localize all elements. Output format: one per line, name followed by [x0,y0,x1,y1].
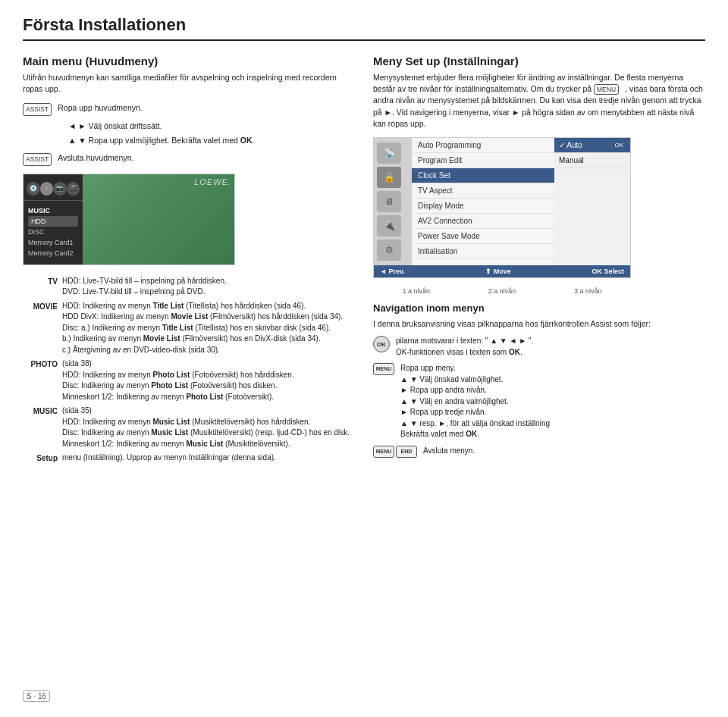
assist-row-1: ASSIST Ropa upp huvudmenyn. [23,102,355,115]
settings-menu-body: 📡 🔒 🖥 🔌 ⚙ Auto Programming Program Edit … [374,138,630,265]
settings-icon-autoprog: 📡 [377,142,401,164]
end-btn: END [396,446,417,458]
nav-row-menu: MENU Ropa upp meny. ▲ ▼ Välj önskad valm… [373,363,705,440]
menu-btn-2: MENU [373,446,394,458]
settings-item-av2conn: AV2 Connection [412,214,554,229]
content-row-photo: PHOTO (sida 38)HDD: Indikering av menyn … [23,358,355,402]
content-table: TV HDD: Live-TV-bild till – inspelning p… [23,276,355,465]
content-label-movie: MOVIE [23,301,62,356]
menu-left-panel: 💿 ♪ 📷 🎬 MUSIC HDD DISC Memory Card1 Memo… [24,174,83,265]
left-section-title: Main menu (Huvudmeny) [23,55,355,67]
menu-end-pair: MENU END [373,446,417,458]
menu-list-items: MUSIC HDD DISC Memory Card1 Memory Card2 [24,204,83,260]
page-number: S · 16 [23,690,50,702]
content-label-photo: PHOTO [23,358,62,402]
page-title: Första Installationen [23,15,705,41]
assist-text-1: Ropa upp huvudmenyn. [58,102,143,114]
settings-item-autoprog: Auto Programming [412,138,554,153]
level-1: 1:a nivån [402,287,430,295]
menu-icon-photo: 📷 [53,182,67,196]
nav-rows: OK pilarna motsvarar i texten: " ▲ ▼ ◄ ►… [373,336,705,458]
level-2: 2:a nivån [488,287,516,295]
menu-right-panel: LOEWE. [83,174,234,265]
ok-button-icon: OK [373,336,390,352]
content-label-music: MUSIC [23,405,62,449]
menu-item-hdd: HDD [28,216,78,227]
settings-footer: ◄ Prev. ⬆ Move OK Select [374,265,630,277]
menu-button-icon: MENU [373,363,394,375]
settings-icon-display: 🖥 [377,191,401,212]
main-menu-mockup: 💿 ♪ 📷 🎬 MUSIC HDD DISC Memory Card1 Memo… [23,174,235,265]
settings-icon-clock: 🔒 [377,167,401,188]
assist-text-2: Avsluta huvudmenyn. [58,152,133,164]
settings-option-auto-label: ✓ Auto [559,141,582,149]
right-column: Meny Set up (Inställningar) Menysystemet… [373,55,705,467]
settings-option-auto: ✓ Auto OK [554,138,630,153]
content-text-photo: (sida 38)HDD: Indikering av menyn Photo … [62,358,355,402]
menu-icons-top: 💿 ♪ 📷 🎬 [24,179,83,201]
step-1: ◄ ► Välj önskat driftssätt. [68,120,355,133]
footer-move: ⬆ Move [485,268,511,275]
settings-icon-power: ⚙ [377,240,401,261]
nav-ok-text: pilarna motsvarar i texten: " ▲ ▼ ◄ ► ".… [396,336,705,358]
assist-row-2: ASSIST Avsluta huvudmenyn. [23,152,355,165]
right-section-title: Meny Set up (Inställningar) [373,55,705,67]
nav-section-title: Navigation inom menyn [373,302,705,314]
settings-item-displaymode: Display Mode [412,199,554,214]
right-intro: Menysystemet erbjuder flera möjligheter … [373,72,705,130]
step-2: ▲ ▼ Ropa upp valmöjlighet. Bekräfta vale… [68,134,355,147]
menu-item-card2: Memory Card2 [28,248,78,258]
settings-option-manual-label: Manual [559,156,584,164]
content-label-setup: Setup [23,452,62,464]
assist-badge-2: ASSIST [23,153,52,165]
left-intro: Utifrån huvudmenyn kan samtliga mediafil… [23,72,355,95]
nav-menu-text: Ropa upp meny. ▲ ▼ Välj önskad valmöjlig… [400,363,705,440]
settings-item-clockset: Clock Set [412,168,554,183]
settings-item-progedit: Program Edit [412,153,554,168]
settings-item-tvaspect: TV Aspect [412,183,554,199]
settings-option-manual: Manual [554,153,630,168]
assist-badge-1: ASSIST [23,103,52,115]
footer-prev: ◄ Prev. [380,268,405,275]
content-row-movie: MOVIE HDD: Indikering av menyn Title Lis… [23,301,355,356]
content-row-setup: Setup menu (Inställning). Upprop av meny… [23,452,355,464]
settings-items-col: Auto Programming Program Edit Clock Set … [412,138,554,265]
level-3: 3:a nivån [574,287,602,295]
nav-section-intro: I denna bruksanvisning visas pilknapparn… [373,318,705,330]
menu-icon-disc: 💿 [27,182,40,196]
content-text-music: (sida 35)HDD: Indikering av menyn Music … [62,405,355,449]
levels-label: 1:a nivån 2:a nivån 3:a nivån [373,287,631,295]
ok-badge: OK [612,141,626,149]
menu-item-disc: DISC [28,227,78,237]
content-text-setup: menu (Inställning). Upprop av menyn Inst… [62,452,355,464]
content-row-music: MUSIC (sida 35)HDD: Indikering av menyn … [23,405,355,449]
settings-options-col: ✓ Auto OK Manual [554,138,630,265]
settings-menu-mockup: 📡 🔒 🖥 🔌 ⚙ Auto Programming Program Edit … [373,137,631,278]
nav-section: Navigation inom menyn I denna bruksanvis… [373,302,705,458]
menu-item-card1: Memory Card1 [28,237,78,248]
menu-item-music: MUSIC [28,205,78,216]
left-column: Main menu (Huvudmeny) Utifrån huvudmenyn… [23,55,355,467]
settings-icon-av: 🔌 [377,215,401,236]
assist-steps: ◄ ► Välj önskat driftssätt. ▲ ▼ Ropa upp… [68,120,355,147]
nav-row-menu-end: MENU END Avsluta menyn. [373,446,705,458]
footer-select: OK Select [592,268,624,275]
content-text-tv: HDD: Live-TV-bild till – inspelning på h… [62,276,355,298]
settings-item-init: Initialisation [412,244,554,259]
menu-icon-music: ♪ [40,182,54,196]
content-label-tv: TV [23,276,62,298]
content-text-movie: HDD: Indikering av menyn Title List (Tit… [62,301,355,356]
loewe-logo: LOEWE. [194,177,231,186]
content-row-tv: TV HDD: Live-TV-bild till – inspelning p… [23,276,355,298]
nav-menu-end-text: Avsluta menyn. [423,446,705,457]
settings-icons-col: 📡 🔒 🖥 🔌 ⚙ [374,138,412,265]
menu-icon-film: 🎬 [67,182,80,196]
settings-item-powersave: Power Save Mode [412,229,554,244]
nav-row-ok: OK pilarna motsvarar i texten: " ▲ ▼ ◄ ►… [373,336,705,358]
